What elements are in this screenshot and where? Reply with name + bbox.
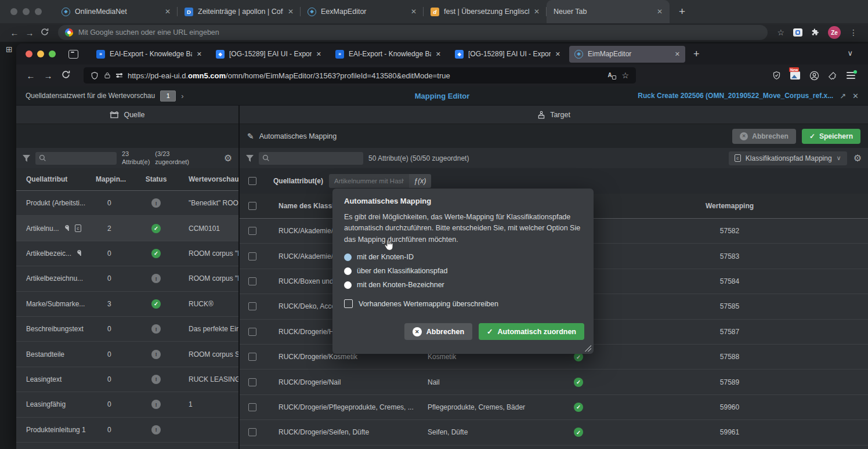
column-wertevorschau[interactable]: Wertevorschaui <box>177 175 248 183</box>
minimize-window-button[interactable] <box>37 50 44 57</box>
firefox-view-icon[interactable] <box>68 50 78 59</box>
close-editor-icon[interactable]: ✕ <box>852 92 859 100</box>
close-tab-icon[interactable]: ✕ <box>657 8 663 16</box>
radio-selected-icon[interactable] <box>344 254 352 261</box>
save-button[interactable]: ✓Speichern <box>802 129 860 144</box>
open-external-icon[interactable]: ↗ <box>840 92 846 100</box>
close-window-button[interactable] <box>26 50 32 57</box>
next-record-chevron-icon[interactable]: › <box>181 92 183 100</box>
select-all-checkbox[interactable] <box>248 202 256 210</box>
column-mapping[interactable]: Mappin... <box>96 175 135 183</box>
close-tab-icon[interactable]: ✕ <box>675 50 680 58</box>
extension-icon[interactable] <box>829 71 837 80</box>
profile-avatar[interactable]: Ze <box>828 26 841 39</box>
chrome-address-bar[interactable]: Mit Google suchen oder eine URL eingeben <box>58 25 768 40</box>
gear-icon[interactable]: ⚙ <box>853 153 862 164</box>
column-wertemapping[interactable]: Wertemapping <box>591 202 868 210</box>
radio-option-knoten-bezeichner[interactable]: mit den Knoten-Bezeichner <box>344 281 582 289</box>
forward-button[interactable]: → <box>22 28 37 38</box>
firefox-tab-jira-2[interactable]: ◆ [OG-15289] EAI UI - Export - Ex ✕ <box>450 46 566 63</box>
firefox-address-bar[interactable]: https://pd-eai-ui.d.omn5.com/omn/home/Ei… <box>84 67 636 84</box>
close-tab-icon[interactable]: ✕ <box>436 50 441 58</box>
chrome-tab-new-tab[interactable]: Neuer Tab ✕ <box>547 0 670 23</box>
close-tab-icon[interactable]: ✕ <box>165 8 171 16</box>
table-row[interactable]: Artikelbezeic... 0 ✓ ROOM corpus "B. <box>16 241 238 266</box>
row-checkbox[interactable] <box>248 277 256 285</box>
column-status[interactable]: Status <box>135 175 177 183</box>
table-row[interactable]: RUCK/Drogerie/Nail Nail ✓ 57589 <box>240 370 868 394</box>
row-checkbox[interactable] <box>248 252 256 260</box>
target-search[interactable] <box>259 152 363 165</box>
bookmark-star-icon[interactable]: ☆ <box>621 71 629 80</box>
tracking-shield-icon[interactable] <box>91 71 99 80</box>
lock-icon[interactable] <box>104 71 111 79</box>
auto-mapping-label[interactable]: Automatisches Mapping <box>259 132 337 140</box>
new-tab-button[interactable]: + <box>693 48 700 60</box>
table-row[interactable]: Marke/Submarke... 3 ✓ RUCK® <box>16 292 238 317</box>
chrome-tab-eexmapeditor[interactable]: ❖ EexMapEditor ✕ <box>301 0 424 23</box>
source-search[interactable] <box>35 152 117 165</box>
forward-button[interactable]: → <box>41 71 56 81</box>
dialog-confirm-button[interactable]: ✓Automatisch zuordnen <box>479 323 584 340</box>
chrome-tab-dict[interactable]: d fest | Übersetzung Englisch-De ✕ <box>424 0 547 23</box>
new-tab-button[interactable]: + <box>679 5 685 18</box>
minimize-window-button[interactable] <box>23 8 30 15</box>
row-checkbox[interactable] <box>248 378 256 386</box>
fx-function-button[interactable]: ƒ(x) <box>409 174 431 188</box>
preview-value-input[interactable] <box>160 90 176 102</box>
cancel-button[interactable]: ✕Abbrechen <box>732 129 796 144</box>
back-button[interactable]: ← <box>7 28 22 38</box>
table-row[interactable]: Produkteinleitung 1 0 ! <box>16 418 238 443</box>
close-tab-icon[interactable]: ✕ <box>197 50 202 58</box>
radio-option-knoten-id[interactable]: mit der Knoten-ID <box>344 253 582 261</box>
table-row[interactable]: Bestandteile 0 ! ROOM corpus S . <box>16 342 238 367</box>
radio-icon[interactable] <box>344 267 352 275</box>
firefox-menu-icon[interactable] <box>847 72 855 79</box>
table-row[interactable]: RUCK/Drogerie/Seifen, Düfte Seifen, Düft… <box>240 420 868 445</box>
radio-option-klassifikationspfad[interactable]: über den Klassifikationspfad <box>344 267 582 275</box>
row-checkbox[interactable] <box>248 353 256 361</box>
firefox-tab-eimmapeditor[interactable]: ❖ EimMapEditor ✕ <box>569 46 685 63</box>
chrome-menu-icon[interactable]: ⋮ <box>849 28 858 37</box>
chrome-window-controls[interactable] <box>0 8 55 15</box>
maximize-window-button[interactable] <box>35 8 42 15</box>
screenshot-extension-icon[interactable] <box>790 71 800 79</box>
chrome-tab-zeiteintraege[interactable]: D Zeiteinträge | apollon | CoffeeC ✕ <box>178 0 301 23</box>
tab-extension-icon[interactable] <box>793 28 802 37</box>
chrome-tab-onlinemedianet[interactable]: ❖ OnlineMediaNet ✕ <box>55 0 178 23</box>
extensions-puzzle-icon[interactable] <box>811 28 819 37</box>
table-row[interactable]: Leasingtext 0 ! RUCK LEASING . <box>16 367 238 392</box>
close-tab-icon[interactable]: ✕ <box>288 8 294 16</box>
table-row-selected[interactable]: Artikelnu... c 2 ✓ CCM0101 <box>16 216 238 241</box>
source-search-input[interactable] <box>35 152 117 165</box>
overwrite-checkbox[interactable] <box>344 299 353 308</box>
overwrite-checkbox-row[interactable]: Vorhandenes Wertemapping überschreiben <box>344 299 582 308</box>
table-row[interactable]: Leasingfähig 0 ! 1 <box>16 392 238 417</box>
row-checkbox[interactable] <box>248 227 256 235</box>
row-checkbox[interactable] <box>248 302 256 310</box>
account-icon[interactable] <box>809 71 819 81</box>
reload-button[interactable] <box>37 28 52 38</box>
close-tab-icon[interactable]: ✕ <box>555 50 560 58</box>
close-tab-icon[interactable]: ✕ <box>411 8 417 16</box>
back-button[interactable]: ← <box>23 71 38 81</box>
table-row[interactable]: RUCK/Drogerie/Pflegeprodukte, Cremes, ..… <box>240 395 868 420</box>
translate-icon[interactable]: A <box>607 72 616 79</box>
radio-icon[interactable] <box>344 281 352 289</box>
list-tabs-chevron-icon[interactable]: ∨ <box>847 49 853 57</box>
dialog-cancel-button[interactable]: ✕Abbrechen <box>404 323 472 340</box>
source-attr-input[interactable] <box>329 174 409 188</box>
filter-funnel-icon[interactable] <box>246 155 254 162</box>
reload-button[interactable] <box>58 70 73 81</box>
bookmark-star-icon[interactable]: ☆ <box>777 28 784 37</box>
row-checkbox[interactable] <box>248 403 256 411</box>
dialog-resize-handle[interactable] <box>584 344 591 352</box>
table-row[interactable]: Produkt (Arbeitsti... 0 ! "Benedikt" ROO… <box>16 191 238 216</box>
firefox-tab-confluence-2[interactable]: » EAI-Export - Knowledge Base - ✕ <box>330 46 446 63</box>
row-checkbox[interactable] <box>248 428 256 436</box>
target-search-input[interactable] <box>259 152 363 165</box>
close-window-button[interactable] <box>10 8 17 15</box>
maximize-window-button[interactable] <box>49 50 56 57</box>
select-all-checkbox[interactable] <box>248 177 256 185</box>
pocket-shield-icon[interactable] <box>772 71 781 80</box>
